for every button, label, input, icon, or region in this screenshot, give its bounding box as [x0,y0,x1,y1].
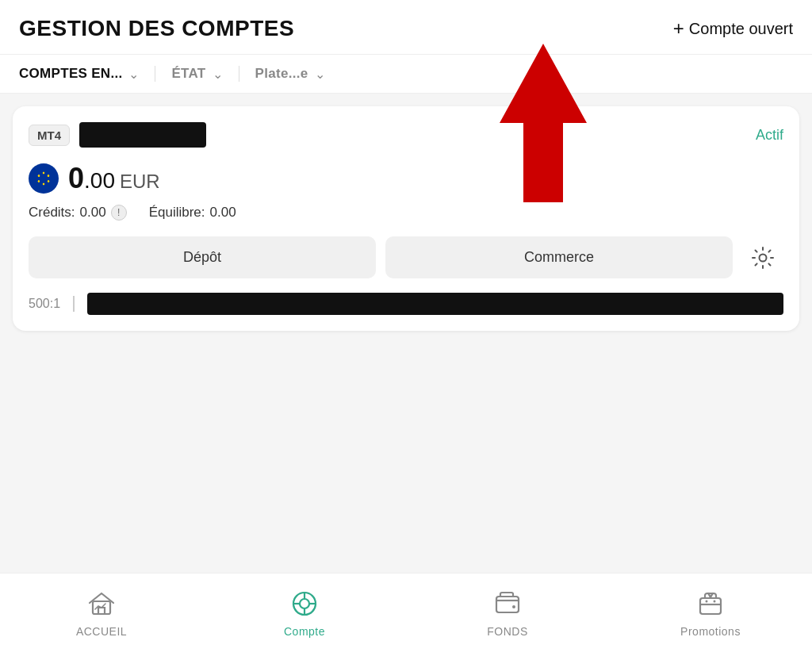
page-title: GESTION DES COMPTES [19,16,294,41]
add-account-button[interactable]: + Compte ouvert [673,17,793,40]
status-badge: Actif [756,127,783,144]
filter-plateforme-label: Plate...e [255,66,308,82]
commerce-button[interactable]: Commerce [385,236,733,278]
nav-label-accueil: ACCUEIL [76,625,127,638]
credits-row: Crédits: 0.00 ! Équilibre: 0.00 [29,205,783,221]
filter-plateforme[interactable]: Plate...e ⌄ [239,66,341,82]
svg-point-13 [760,254,767,261]
chevron-down-icon: ⌄ [315,67,325,82]
equilibre-value: 0.00 [210,205,236,221]
card-top-row: MT4 Actif [29,122,783,148]
equilibre-item: Équilibre: 0.00 [149,205,236,221]
plus-icon: + [673,17,684,40]
promotions-icon [697,590,724,620]
nav-label-fonds: FONDS [487,625,528,638]
header: GESTION DES COMPTES + Compte ouvert [0,0,812,55]
nav-item-fonds[interactable]: FONDS [406,590,609,638]
filter-etat-label: ÉTAT [171,66,205,82]
svg-point-10 [43,183,44,185]
chevron-down-icon: ⌄ [213,67,223,82]
svg-rect-24 [700,598,721,614]
main-content: MT4 Actif [0,94,812,573]
platform-badge: MT4 [29,125,70,146]
wallet-icon [494,590,521,620]
balance-whole: 0.00 [68,162,115,195]
svg-point-25 [706,600,708,602]
nav-label-promotions: Promotions [680,625,741,638]
credits-label: Crédits: [29,205,75,221]
account-number [79,122,206,148]
add-account-label: Compte ouvert [689,20,793,38]
svg-point-23 [512,605,515,608]
balance-row: 0.00 EUR [29,162,783,195]
equilibre-label: Équilibre: [149,205,205,221]
svg-point-7 [43,172,44,174]
filter-etat[interactable]: ÉTAT ⌄ [155,66,238,82]
compte-icon [291,590,318,620]
settings-button[interactable] [742,237,783,278]
currency-flag [29,163,59,194]
action-row: Dépôt Commerce [29,236,783,278]
leverage-redacted [87,293,783,315]
balance-currency: EUR [120,171,160,193]
leverage-label: 500:1 [29,297,60,311]
leverage-row: 500:1 [29,293,783,315]
filter-comptes[interactable]: COMPTES EN... ⌄ [19,66,155,82]
leverage-divider [73,296,75,312]
nav-item-promotions[interactable]: Promotions [609,590,812,638]
account-card: MT4 Actif [13,106,799,331]
filter-comptes-label: COMPTES EN... [19,66,122,82]
chevron-down-icon: ⌄ [128,67,139,82]
filter-bar: COMPTES EN... ⌄ ÉTAT ⌄ Plate...e ⌄ [0,55,812,94]
svg-point-0 [33,167,55,190]
svg-rect-22 [496,597,519,612]
info-icon[interactable]: ! [111,205,127,221]
card-top-left: MT4 [29,122,206,148]
home-icon [88,590,115,620]
svg-point-26 [714,600,716,602]
nav-item-compte[interactable]: Compte [203,590,406,638]
nav-item-accueil[interactable]: ACCUEIL [0,590,203,638]
nav-label-compte: Compte [284,625,325,638]
depot-button[interactable]: Dépôt [29,236,376,278]
svg-point-17 [300,599,309,608]
bottom-nav: ACCUEIL Compte [0,573,812,660]
balance-display: 0.00 EUR [68,162,160,195]
credits-value: 0.00 [80,205,106,221]
credits-item: Crédits: 0.00 ! [29,205,127,221]
